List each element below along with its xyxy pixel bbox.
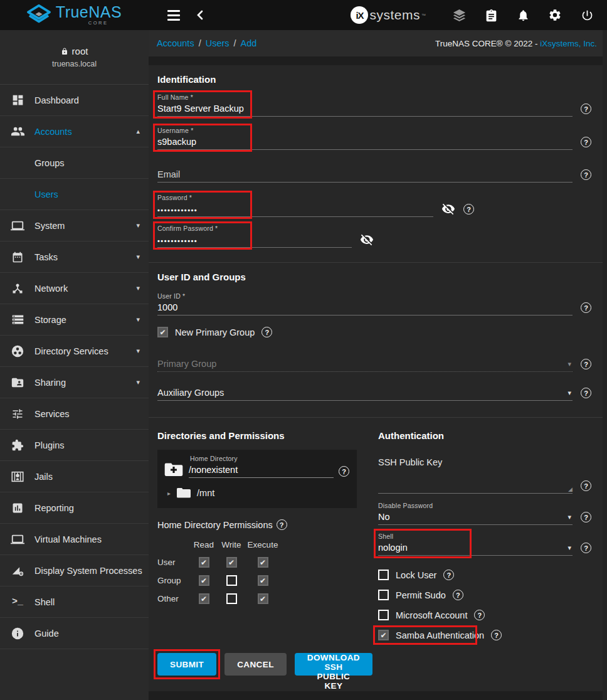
sidebar-item-storage[interactable]: Storage ▾ [0,304,149,336]
perm-group-write-checkbox[interactable] [226,575,237,586]
perm-other-execute-checkbox[interactable]: ✔ [258,593,268,604]
full-name-field[interactable]: Full Name * Start9 Server Backup [157,93,573,117]
folder-icon [176,487,191,499]
help-icon[interactable]: ? [581,388,591,398]
help-icon[interactable]: ? [581,169,591,180]
help-icon[interactable]: ? [277,519,287,530]
info-icon [9,626,26,641]
help-icon[interactable]: ? [581,137,591,147]
sidebar-item-reporting[interactable]: Reporting [0,492,149,524]
folder-plus-icon[interactable] [164,462,184,478]
perm-other-write-checkbox[interactable] [226,593,237,604]
dashboard-icon [9,93,26,108]
perm-group-read-checkbox[interactable]: ✔ [199,575,209,586]
password-field[interactable]: Password * •••••••••••• [157,194,433,217]
sidebar-item-sharing[interactable]: Sharing ▾ [0,367,149,398]
copyright-text: TrueNAS CORE® © 2022 - iXsystems, Inc. [435,39,597,48]
help-icon[interactable]: ? [491,630,502,640]
sidebar-item-tasks[interactable]: Tasks ▾ [0,241,149,273]
truenas-cube-icon [27,4,51,26]
help-icon[interactable]: ? [443,570,454,580]
help-icon[interactable]: ? [581,103,591,114]
sidebar: root truenas.local Dashboard Accounts ▴ … [0,30,149,700]
notifications-bell-icon[interactable] [515,8,530,23]
cancel-button[interactable]: CANCEL [224,653,287,676]
download-ssh-key-button[interactable]: DOWNLOAD SSH PUBLIC KEY [295,653,372,676]
sidebar-item-dashboard[interactable]: Dashboard [0,85,149,116]
toggle-password-visibility-icon[interactable] [441,202,455,216]
sidebar-item-virtual-machines[interactable]: Virtual Machines [0,524,149,555]
perm-user-execute-checkbox[interactable]: ✔ [258,557,268,568]
lock-user-checkbox[interactable] [378,570,389,580]
collapse-nav-icon[interactable] [196,10,203,20]
shell-select[interactable]: Shell nologin ▾ [378,533,573,556]
help-icon[interactable]: ? [261,327,272,337]
breadcrumb-accounts[interactable]: Accounts [157,38,194,48]
help-icon[interactable]: ? [581,302,591,313]
section-title: Directories and Permissions [157,430,357,441]
ssh-public-key-textarea[interactable]: ◢ [378,467,573,494]
home-directory-field[interactable]: Home Directory /nonexistent [189,455,334,478]
breadcrumb: Accounts/Users/Add [157,38,256,49]
sidebar-item-plugins[interactable]: Plugins [0,430,149,461]
sidebar-item-network[interactable]: Network ▾ [0,273,149,304]
sidebar-item-display-system-processes[interactable]: Display System Processes [0,555,149,586]
sidebar-item-system[interactable]: System ▾ [0,210,149,241]
perm-user-write-checkbox[interactable]: ✔ [226,557,237,568]
brand-name: TrueNAS [56,4,122,20]
help-icon[interactable]: ? [474,610,485,620]
username-field[interactable]: Username * s9backup [157,127,573,150]
truecommand-icon[interactable] [451,8,467,23]
perm-other-read-checkbox[interactable]: ✔ [199,593,209,604]
new-primary-group-checkbox[interactable]: ✔ [157,327,168,337]
resize-handle-icon[interactable]: ◢ [568,486,573,492]
puzzle-icon [9,438,26,453]
perm-group-execute-checkbox[interactable]: ✔ [258,575,268,586]
chevron-down-icon: ▾ [136,221,140,230]
sidebar-item-shell[interactable]: >_ Shell [0,586,149,618]
permit-sudo-checkbox[interactable] [378,590,389,600]
sidebar-item-guide[interactable]: Guide [0,618,149,649]
sidebar-item-groups[interactable]: Groups [0,147,149,179]
power-icon[interactable] [579,8,594,23]
tasks-clipboard-icon[interactable] [483,8,499,23]
help-icon[interactable]: ? [339,466,349,477]
microsoft-account-checkbox[interactable] [378,610,389,620]
section-title: Identification [157,74,591,85]
help-icon[interactable]: ? [581,480,591,491]
help-icon[interactable]: ? [463,204,474,215]
settings-gear-icon[interactable] [547,8,562,23]
chevron-down-icon: ▾ [136,284,140,292]
truenas-logo[interactable]: TrueNAS CORE [0,4,149,26]
help-icon[interactable]: ? [581,512,591,522]
disable-password-select[interactable]: Disable Password No ▾ [378,502,573,525]
breadcrumb-users[interactable]: Users [206,38,230,48]
submit-button[interactable]: SUBMIT [157,653,216,676]
help-icon[interactable]: ? [581,359,591,369]
directory-tree-row-mnt[interactable]: ▸ /mnt [164,487,349,499]
sidebar-item-accounts[interactable]: Accounts ▴ [0,116,149,147]
tree-expand-icon[interactable]: ▸ [167,490,171,497]
auxiliary-groups-select[interactable]: Auxiliary Groups ▾ [157,385,573,401]
sidebar-item-jails[interactable]: Jails [0,461,149,492]
help-icon[interactable]: ? [453,590,463,600]
top-navbar: TrueNAS CORE iX systems ™ [0,0,607,30]
confirm-password-field[interactable]: Confirm Password * •••••••••••• [157,225,352,248]
sidebar-item-directory-services[interactable]: Directory Services ▾ [0,336,149,367]
breadcrumb-add[interactable]: Add [241,38,257,48]
samba-authentication-checkbox[interactable]: ✔ [378,630,389,640]
scrollbar[interactable] [603,30,607,700]
ixsystems-link[interactable]: iXsystems, Inc. [540,39,597,48]
help-icon[interactable]: ? [581,543,591,553]
email-field[interactable]: Email [157,167,573,183]
user-id-field[interactable]: User ID * 1000 [157,292,573,316]
toggle-password-visibility-icon[interactable] [360,233,374,247]
sidebar-item-services[interactable]: Services [0,398,149,430]
dropdown-arrow-icon: ▾ [567,513,571,521]
menu-toggle-icon[interactable] [167,10,180,21]
sidebar-item-users[interactable]: Users [0,179,149,210]
chevron-down-icon: ▾ [136,347,140,355]
perm-user-read-checkbox[interactable]: ✔ [199,557,209,568]
terminal-icon: >_ [9,595,26,610]
breadcrumb-bar: Accounts/Users/Add TrueNAS CORE® © 2022 … [149,30,607,56]
